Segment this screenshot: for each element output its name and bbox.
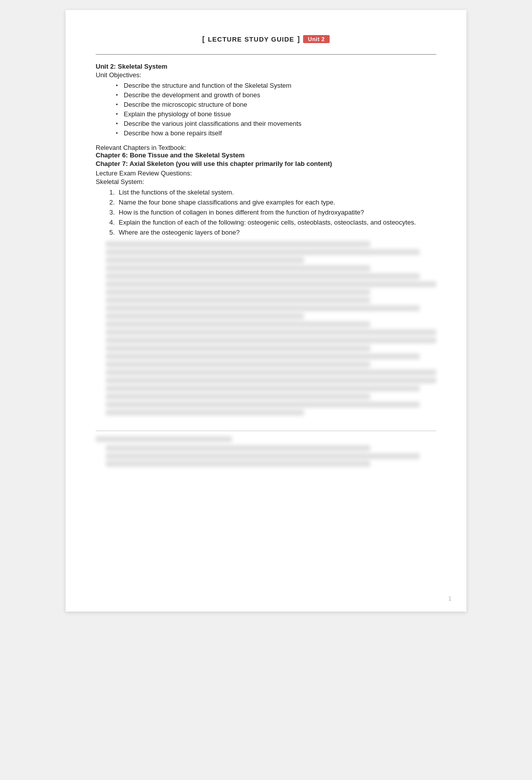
question-number: 4. xyxy=(106,219,115,226)
chapter6-text: Chapter 6: Bone Tissue and the Skeletal … xyxy=(96,151,244,159)
page-number: 1 xyxy=(448,596,451,602)
question-text: Where are the osteogenic layers of bone? xyxy=(119,229,239,236)
list-item: Explain the physiology of bone tissue xyxy=(116,110,436,118)
footer-blurred xyxy=(96,436,436,467)
document-title: LECTURE STUDY GUIDE xyxy=(208,36,295,43)
questions-list: 1. List the functions of the skeletal sy… xyxy=(96,188,436,236)
question-item: 2. Name the four bone shape classificati… xyxy=(106,199,436,206)
footer-section xyxy=(96,431,436,467)
question-text: List the functions of the skeletal syste… xyxy=(119,188,234,196)
question-number: 1. xyxy=(106,188,115,196)
unit-tag: Unit 2 xyxy=(303,35,330,43)
question-number: 3. xyxy=(106,209,115,216)
question-text: Explain the function of each of the foll… xyxy=(119,219,416,226)
chapter7-line: Chapter 7: Axial Skeleton (you will use … xyxy=(96,160,436,167)
list-item: Describe the microscopic structure of bo… xyxy=(116,101,436,108)
document-header: [ LECTURE STUDY GUIDE ] Unit 2 xyxy=(96,35,436,43)
list-item: Describe the various joint classificatio… xyxy=(116,120,436,127)
question-item: 5. Where are the osteogenic layers of bo… xyxy=(106,229,436,236)
list-item: Describe the development and growth of b… xyxy=(116,91,436,99)
bracket-close: ] xyxy=(298,35,300,43)
question-item: 3. How is the function of collagen in bo… xyxy=(106,209,436,216)
question-text: How is the function of collagen in bones… xyxy=(119,209,364,216)
objectives-label: Unit Objectives: xyxy=(96,71,436,79)
objectives-list: Describe the structure and function of t… xyxy=(96,82,436,137)
blurred-content xyxy=(96,241,436,416)
document-page: [ LECTURE STUDY GUIDE ] Unit 2 Unit 2: S… xyxy=(66,10,466,612)
question-item: 4. Explain the function of each of the f… xyxy=(106,219,436,226)
skeletal-label: Skeletal System: xyxy=(96,178,436,185)
relevant-label: Relevant Chapters in Textbook: xyxy=(96,144,436,151)
list-item: Describe how a bone repairs itself xyxy=(116,129,436,137)
question-item: 1. List the functions of the skeletal sy… xyxy=(106,188,436,196)
header-divider xyxy=(96,54,436,55)
relevant-section: Relevant Chapters in Textbook: Chapter 6… xyxy=(96,144,436,167)
bracket-open: [ xyxy=(202,35,205,43)
chapter7-text: Chapter 7: Axial Skeleton (you will use … xyxy=(96,160,332,167)
list-item: Describe the structure and function of t… xyxy=(116,82,436,89)
chapter6-line: Chapter 6: Bone Tissue and the Skeletal … xyxy=(96,151,436,159)
question-number: 2. xyxy=(106,199,115,206)
unit-label: Unit 2: Skeletal System xyxy=(96,63,436,70)
question-number: 5. xyxy=(106,229,115,236)
exam-label: Lecture Exam Review Questions: xyxy=(96,169,436,177)
question-text: Name the four bone shape classifications… xyxy=(119,199,335,206)
